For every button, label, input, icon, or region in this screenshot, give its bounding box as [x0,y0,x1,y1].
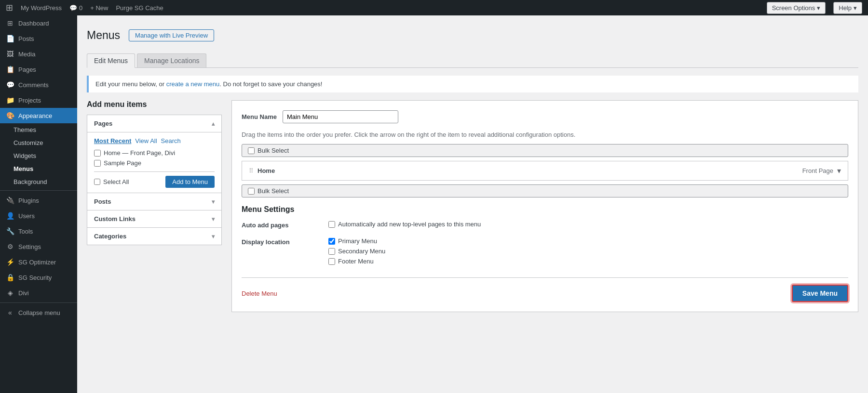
comments-icon: 💬 [6,81,14,89]
chevron-down-icon-2: ▾ [212,216,215,223]
primary-menu-checkbox[interactable] [328,238,335,245]
add-menu-items-panel: Add menu items Pages ▴ Most Recent View … [87,100,222,245]
drag-handle-icon: ⠿ [249,167,254,174]
screen-options-button[interactable]: Screen Options ▾ [767,2,826,14]
page-item-sample-checkbox[interactable] [94,160,101,167]
accordion-custom-links: Custom Links ▾ [87,210,222,228]
secondary-menu-label: Secondary Menu [328,248,848,255]
save-menu-button[interactable]: Save Menu [792,285,848,302]
sidebar-item-users[interactable]: 👤 Users [0,208,77,223]
sidebar-item-media[interactable]: 🖼 Media [0,46,77,62]
footer-menu-checkbox[interactable] [328,258,335,265]
sg-security-icon: 🔒 [6,274,14,281]
bulk-select-top-button[interactable]: Bulk Select [242,144,848,157]
live-preview-button[interactable]: Manage with Live Preview [129,29,214,41]
display-location-label: Display location [242,237,319,246]
accordion-pages-header[interactable]: Pages ▴ [87,115,221,132]
sidebar: ⊞ Dashboard 📄 Posts 🖼 Media 📋 Pages 💬 Co… [0,15,77,393]
page-title: Menus [87,29,120,42]
sidebar-item-settings[interactable]: ⚙ Settings [0,239,77,254]
sidebar-item-dashboard[interactable]: ⊞ Dashboard [0,15,77,31]
adminbar-new[interactable]: + New [90,4,108,12]
tab-search[interactable]: Search [161,137,181,144]
select-all-label: Select All [94,178,129,185]
page-item-sample: Sample Page [94,159,215,167]
add-to-menu-button[interactable]: Add to Menu [165,176,215,188]
footer-menu-label: Footer Menu [328,258,848,265]
delete-menu-link[interactable]: Delete Menu [242,290,277,297]
tab-edit-menus[interactable]: Edit Menus [87,53,135,68]
accordion-posts-header[interactable]: Posts ▾ [87,193,221,210]
menu-settings-section: Menu Settings Auto add pages Automatical… [242,205,848,268]
tools-icon: 🔧 [6,227,14,235]
menu-settings-title: Menu Settings [242,205,848,214]
menu-name-input[interactable] [283,110,398,123]
display-location-row: Display location Primary Menu Secondary … [242,237,848,268]
sidebar-item-pages[interactable]: 📋 Pages [0,62,77,77]
bulk-select-top-checkbox[interactable] [248,147,255,154]
media-icon: 🖼 [6,50,14,58]
dashboard-icon: ⊞ [6,19,14,27]
menu-name-label: Menu Name [242,113,277,120]
accordion-custom-links-header[interactable]: Custom Links ▾ [87,210,221,227]
pages-icon: 📋 [6,66,14,73]
sidebar-item-comments[interactable]: 💬 Comments [0,77,77,92]
appearance-icon: 🎨 [6,112,14,119]
auto-add-pages-row: Auto add pages Automatically add new top… [242,221,848,231]
plugins-icon: 🔌 [6,196,14,204]
tab-view-all[interactable]: View All [135,137,157,144]
adminbar-comments[interactable]: 💬 0 [69,4,82,12]
accordion-categories: Categories ▾ [87,228,222,245]
sidebar-item-plugins[interactable]: 🔌 Plugins [0,193,77,208]
sidebar-item-appearance[interactable]: 🎨 Appearance [0,108,77,123]
sidebar-item-sg-security[interactable]: 🔒 SG Security [0,270,77,285]
accordion-posts: Posts ▾ [87,193,222,210]
sidebar-item-posts[interactable]: 📄 Posts [0,31,77,46]
menu-item-toggle-button[interactable]: ▾ [837,166,841,175]
sidebar-item-tools[interactable]: 🔧 Tools [0,223,77,239]
posts-icon: 📄 [6,35,14,42]
help-button[interactable]: Help ▾ [833,2,862,14]
secondary-menu-checkbox[interactable] [328,248,335,255]
page-item-home: Home — Front Page, Divi [94,149,215,157]
users-icon: 👤 [6,212,14,220]
comment-icon: 💬 [69,4,77,12]
sidebar-item-projects[interactable]: 📁 Projects [0,92,77,108]
create-new-menu-link[interactable]: create a new menu [166,80,220,88]
adminbar-purge[interactable]: Purge SG Cache [116,4,163,12]
projects-icon: 📁 [6,96,14,104]
bulk-select-bottom-button[interactable]: Bulk Select [242,184,848,197]
menu-footer: Delete Menu Save Menu [242,277,848,302]
notice-bar: Edit your menu below, or create a new me… [87,76,858,92]
auto-add-label: Auto add pages [242,221,319,229]
chevron-down-icon: ▾ [212,198,215,205]
sidebar-item-sg-optimizer[interactable]: ⚡ SG Optimizer [0,254,77,270]
chevron-up-icon: ▴ [212,120,215,127]
auto-add-checkbox[interactable] [328,221,335,228]
accordion-categories-header[interactable]: Categories ▾ [87,228,221,245]
settings-icon: ⚙ [6,243,14,250]
tab-manage-locations[interactable]: Manage Locations [137,53,206,67]
sidebar-item-collapse[interactable]: « Collapse menu [0,305,77,320]
sidebar-item-background[interactable]: Background [0,175,77,188]
page-item-home-checkbox[interactable] [94,150,101,157]
sidebar-item-customize[interactable]: Customize [0,136,77,149]
collapse-icon: « [6,309,14,316]
wp-logo-icon: ⊞ [6,2,13,13]
bulk-select-bottom-checkbox[interactable] [248,188,255,195]
sidebar-item-divi[interactable]: ◈ Divi [0,285,77,301]
menu-structure-panel: Menu Name Drag the items into the order … [231,100,858,312]
auto-add-checkbox-label: Automatically add new top-level pages to… [328,221,848,228]
tab-wrapper: Edit Menus Manage Locations [87,46,858,68]
tab-most-recent[interactable]: Most Recent [94,137,131,144]
accordion-pages-content: Most Recent View All Search Home — Front… [87,132,221,193]
accordion-pages: Pages ▴ Most Recent View All Search [87,115,222,193]
sidebar-item-widgets[interactable]: Widgets [0,149,77,162]
admin-bar: ⊞ My WordPress 💬 0 + New Purge SG Cache … [0,0,868,15]
sidebar-item-themes[interactable]: Themes [0,123,77,136]
divi-icon: ◈ [6,289,14,297]
select-all-checkbox[interactable] [94,179,100,185]
sidebar-item-menus[interactable]: Menus [0,162,77,175]
drag-hint: Drag the items into the order you prefer… [242,131,848,138]
adminbar-site-name[interactable]: My WordPress [21,4,62,12]
